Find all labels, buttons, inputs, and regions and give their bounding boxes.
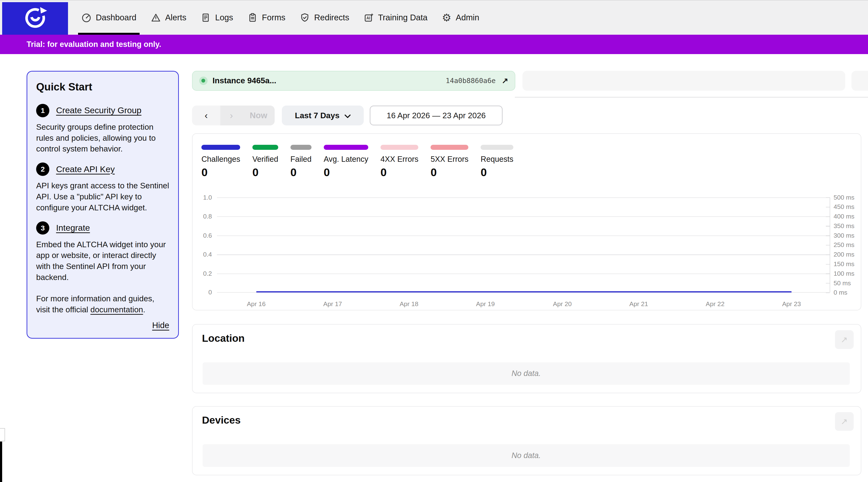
- chevron-left-icon: ‹: [205, 110, 208, 121]
- gridline: [217, 235, 830, 236]
- expand-devices-button[interactable]: ↗: [835, 412, 854, 431]
- latency-axis-tick: 300 ms: [834, 232, 854, 239]
- integrate-link[interactable]: Integrate: [56, 223, 90, 233]
- y-axis-tick: 0: [208, 289, 212, 296]
- chart-legend: Challenges 0 Verified 0 Failed 0 Avg. La…: [202, 145, 514, 179]
- x-axis-tick: Apr 19: [476, 300, 495, 308]
- x-axis-tick: Apr 23: [782, 300, 801, 308]
- open-instance-icon[interactable]: ↗: [502, 76, 508, 85]
- legend-label: Requests: [480, 155, 514, 164]
- gridline: [217, 274, 830, 274]
- nav-label: Dashboard: [96, 13, 136, 22]
- legend-value: 0: [480, 166, 514, 179]
- x-axis-tick: Apr 16: [247, 300, 266, 308]
- legend-item-requests[interactable]: Requests 0: [480, 145, 514, 179]
- divider: [515, 97, 868, 98]
- quick-start-step-2: 2 Create API Key: [36, 162, 169, 176]
- instance-name: Instance 9465a...: [212, 76, 276, 85]
- y-axis-tick: 0.2: [203, 270, 212, 277]
- legend-item-failed[interactable]: Failed 0: [290, 145, 312, 179]
- trial-banner: Trial: for evaluation and testing only.: [0, 35, 868, 54]
- create-security-group-link[interactable]: Create Security Group: [56, 105, 141, 115]
- legend-swatch: [202, 145, 240, 150]
- quick-start-step-1: 1 Create Security Group: [36, 104, 169, 117]
- latency-axis-tick: 400 ms: [834, 213, 854, 220]
- skeleton-placeholder: [851, 71, 868, 91]
- create-api-key-link[interactable]: Create API Key: [56, 164, 115, 174]
- open-icon: ↗: [841, 335, 848, 344]
- devices-title: Devices: [202, 414, 241, 426]
- latency-axis-tick: 350 ms: [834, 222, 854, 229]
- location-card: Location ↗ No data.: [192, 324, 861, 393]
- legend-swatch: [252, 145, 278, 150]
- edge-bar-fragment: [0, 442, 2, 482]
- right-axis-line: [830, 197, 830, 293]
- legend-item-4xx-errors[interactable]: 4XX Errors 0: [380, 145, 418, 179]
- documentation-link[interactable]: documentation: [91, 305, 143, 314]
- nav-item-training-data[interactable]: AI Training Data: [360, 0, 431, 35]
- warning-triangle-icon: [151, 13, 161, 23]
- nav-label: Redirects: [314, 13, 349, 22]
- shield-check-icon: [300, 13, 310, 23]
- legend-value: 0: [431, 166, 468, 179]
- latency-axis-tick: 150 ms: [834, 260, 854, 268]
- nav-item-alerts[interactable]: Alerts: [148, 0, 190, 35]
- date-range-display[interactable]: 16 Apr 2026 — 23 Apr 2026: [370, 105, 503, 125]
- legend-label: Avg. Latency: [324, 155, 369, 164]
- devices-empty-state: No data.: [203, 444, 850, 467]
- now-button-disabled[interactable]: Now: [243, 105, 275, 125]
- status-dot-halo: [199, 76, 208, 85]
- nav-label: Forms: [262, 13, 285, 22]
- legend-label: Verified: [252, 155, 278, 164]
- now-label: Now: [250, 111, 267, 120]
- chevron-right-icon: ›: [230, 110, 233, 121]
- nav-label: Alerts: [165, 13, 187, 22]
- step-3-description: Embed the ALTCHA widget into your app or…: [36, 239, 169, 283]
- legend-value: 0: [252, 166, 278, 179]
- skeleton-placeholder: [523, 71, 845, 91]
- step-1-description: Security groups define protection rules …: [36, 122, 169, 154]
- svg-text:AI: AI: [366, 16, 370, 20]
- legend-label: Challenges: [202, 155, 240, 164]
- latency-axis-tick: 450 ms: [834, 203, 854, 211]
- nav-item-logs[interactable]: Logs: [197, 0, 236, 35]
- x-axis-tick: Apr 17: [323, 300, 342, 308]
- legend-value: 0: [202, 166, 240, 179]
- y-axis-tick: 1.0: [203, 194, 212, 201]
- legend-value: 0: [324, 166, 369, 179]
- ai-sparkle-icon: AI: [364, 13, 374, 23]
- x-axis-tick: Apr 18: [400, 300, 418, 308]
- nav-item-redirects[interactable]: Redirects: [297, 0, 352, 35]
- legend-label: Failed: [290, 155, 312, 164]
- instance-id: 14a0b8860a6e: [445, 76, 496, 85]
- step-number-badge: 3: [36, 221, 49, 234]
- latency-axis-tick: 0 ms: [834, 289, 847, 296]
- legend-item-verified[interactable]: Verified 0: [252, 145, 278, 179]
- nav-item-dashboard[interactable]: Dashboard: [78, 0, 140, 35]
- next-period-button-disabled[interactable]: ›: [220, 105, 242, 125]
- instance-selector[interactable]: Instance 9465a... 14a0b8860a6e ↗: [192, 71, 515, 91]
- legend-item-avg-latency[interactable]: Avg. Latency 0: [324, 145, 369, 179]
- date-nav-group: ‹ › Now: [192, 105, 274, 125]
- dashboard-page: Dashboard Alerts Logs: [0, 0, 868, 482]
- prev-period-button[interactable]: ‹: [192, 105, 220, 125]
- nav-item-forms[interactable]: Forms: [244, 0, 289, 35]
- nav-item-admin[interactable]: ⚙ Admin: [439, 0, 483, 35]
- nav-label: Logs: [215, 13, 233, 22]
- quick-start-title: Quick Start: [36, 81, 169, 93]
- expand-location-button[interactable]: ↗: [835, 330, 854, 349]
- altcha-logo[interactable]: [2, 2, 68, 35]
- step-number-badge: 1: [36, 104, 49, 117]
- gear-icon: ⚙: [442, 12, 451, 23]
- chevron-down-icon: [345, 111, 350, 120]
- date-range-text: 16 Apr 2026 — 23 Apr 2026: [387, 111, 486, 120]
- legend-swatch: [380, 145, 418, 150]
- range-select-button[interactable]: Last 7 Days: [282, 105, 364, 125]
- edge-popup-fragment: [0, 428, 5, 441]
- quick-start-footer: For more information and guides, visit t…: [36, 293, 169, 315]
- x-axis-tick: Apr 22: [706, 300, 724, 308]
- legend-item-5xx-errors[interactable]: 5XX Errors 0: [431, 145, 468, 179]
- hide-link[interactable]: Hide: [152, 321, 169, 330]
- legend-item-challenges[interactable]: Challenges 0: [202, 145, 240, 179]
- x-axis-tick: Apr 20: [553, 300, 571, 308]
